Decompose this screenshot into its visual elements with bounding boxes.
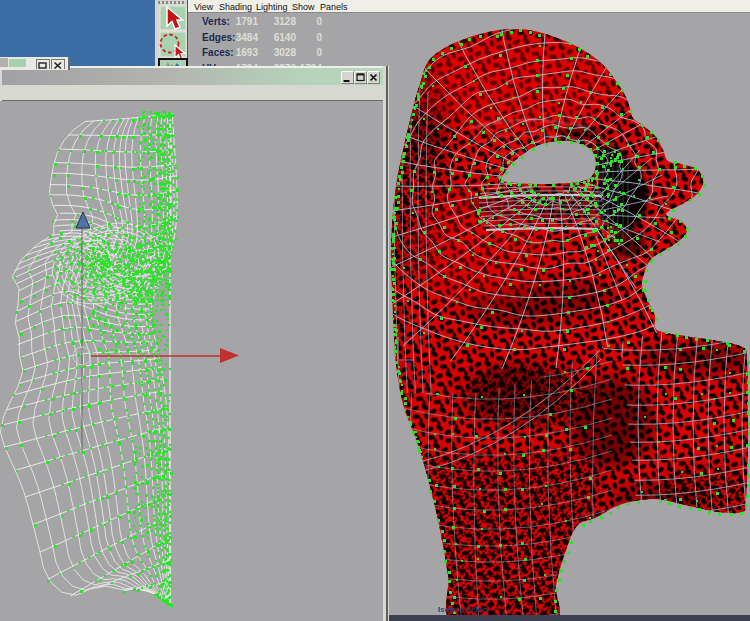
svg-text:z: z xyxy=(407,357,411,366)
